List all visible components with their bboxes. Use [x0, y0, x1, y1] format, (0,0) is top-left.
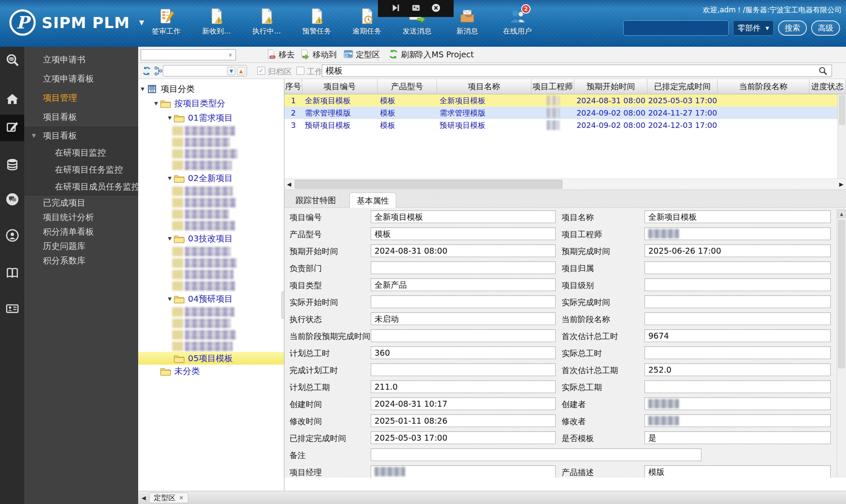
column-header[interactable]: 预期开始时间: [574, 79, 647, 94]
work-zone-checkbox[interactable]: [296, 67, 304, 75]
table-row[interactable]: 2需求管理模版模板需求管理模版2024-09-02 08:002024-11-2…: [284, 107, 846, 119]
table-row[interactable]: 1全新项目模板模板全新项目模板2024-08-31 08:002025-05-0…: [284, 94, 846, 107]
tab-close-icon[interactable]: ✕: [179, 495, 184, 501]
search-button[interactable]: 搜索: [778, 20, 807, 36]
field-project-name[interactable]: 全新项目模板: [644, 210, 831, 223]
field-current-phase-name[interactable]: [644, 312, 831, 325]
scroll-up-icon[interactable]: ▲: [837, 210, 846, 218]
tree-node-cat-02-new[interactable]: ▼02全新项目: [138, 171, 284, 185]
toolbar-button-warning-tasks[interactable]: 预警任务: [299, 8, 334, 36]
close-icon[interactable]: [431, 3, 441, 14]
sidebar-item-proposal-board[interactable]: 立项申请看板: [24, 69, 138, 88]
tree-item-blurred[interactable]: [138, 208, 284, 220]
field-creator[interactable]: [644, 397, 831, 410]
tree-item-blurred[interactable]: [138, 185, 284, 197]
bottom-scroll-left-icon[interactable]: ◀: [138, 495, 149, 501]
sidebar-item-project-management[interactable]: 项目管理: [24, 88, 138, 108]
tab-basic-properties[interactable]: 基本属性: [349, 193, 396, 208]
field-project-level[interactable]: [644, 278, 831, 291]
tree-item-blurred[interactable]: [138, 136, 284, 148]
field-expected-start[interactable]: 2024-08-31 08:00: [371, 244, 556, 257]
tree-item-blurred[interactable]: [138, 306, 284, 317]
field-completed-planned-hours[interactable]: [371, 363, 556, 376]
field-product-model[interactable]: 模板: [371, 227, 556, 240]
module-edit[interactable]: [0, 115, 24, 141]
table-row[interactable]: 3预研项目模板模板预研项目模板2024-09-02 08:002024-12-0…: [284, 119, 846, 131]
field-modify-time[interactable]: 2025-01-11 08:26: [371, 414, 556, 427]
module-sipm-search[interactable]: SIPM: [0, 48, 24, 74]
toolbar-button-remove[interactable]: 移去: [266, 48, 295, 61]
expand-arrow-icon[interactable]: ▼: [32, 133, 36, 139]
tree-structure-icon[interactable]: [153, 66, 164, 76]
toolbar-button-refresh[interactable]: 刷新: [388, 48, 417, 61]
field-create-time[interactable]: 2024-08-31 10:17: [371, 397, 556, 410]
field-planned-total-duration[interactable]: 211.0: [371, 380, 556, 393]
resize-icon[interactable]: [411, 3, 421, 14]
panel-splitter-handle[interactable]: [281, 292, 284, 319]
field-modifier[interactable]: [644, 414, 831, 427]
sidebar-item-history-issues[interactable]: 历史问题库: [24, 239, 138, 253]
expand-arrow-icon[interactable]: ▼: [168, 296, 173, 302]
play-to-bar-icon[interactable]: [391, 3, 401, 14]
module-chat[interactable]: [0, 187, 24, 213]
tree-item-blurred[interactable]: [138, 246, 284, 257]
search-category-select[interactable]: 零部件 ▼: [733, 20, 774, 36]
tree-item-blurred[interactable]: [138, 220, 284, 231]
column-header[interactable]: 当前阶段名称: [718, 79, 809, 94]
column-header[interactable]: 产品型号: [378, 79, 437, 94]
tree-node-project-category-root[interactable]: ▼项目分类: [138, 82, 284, 96]
archive-zone-checkbox[interactable]: ✓: [257, 67, 265, 75]
view-combo-box[interactable]: »: [141, 49, 236, 60]
module-book[interactable]: [0, 260, 24, 287]
column-header[interactable]: 项目名称: [437, 79, 531, 94]
toolbar-button-new-message[interactable]: 新消息: [450, 8, 485, 36]
column-header[interactable]: 序号: [284, 79, 302, 94]
tree-item-blurred[interactable]: [138, 125, 284, 136]
expand-arrow-icon[interactable]: ▼: [168, 176, 173, 181]
module-broadcast[interactable]: [0, 223, 24, 249]
sidebar-item-project-stats[interactable]: 项目统计分析: [24, 210, 138, 224]
field-product-description[interactable]: 模版: [644, 465, 831, 478]
toolbar-button-fixed-zone[interactable]: 定型区: [343, 48, 380, 61]
tab-tracking-gantt[interactable]: 跟踪甘特图: [289, 193, 343, 208]
expand-arrow-icon[interactable]: ▼: [141, 86, 146, 92]
app-logo[interactable]: P SIPM PLM ▼: [9, 9, 144, 36]
scroll-right-icon[interactable]: ▶: [837, 179, 846, 190]
global-search-input[interactable]: [623, 20, 729, 36]
sidebar-item-ongoing-task-monitor[interactable]: 在研项目任务监控: [24, 161, 138, 178]
form-vscroll-thumb[interactable]: [838, 220, 845, 368]
locate-down-button[interactable]: ▼: [227, 67, 236, 75]
search-magnifier-icon[interactable]: [818, 66, 828, 76]
field-actual-total-duration[interactable]: [644, 380, 831, 393]
keyword-filter-input[interactable]: [322, 65, 832, 77]
field-project-belonging[interactable]: [644, 261, 831, 274]
field-first-estimated-total-duration[interactable]: 252.0: [644, 363, 831, 376]
tree-node-unclassified[interactable]: 未分类: [138, 365, 284, 377]
toolbar-button-import-ms-project[interactable]: 导入MS Project: [415, 48, 474, 61]
tree-item-blurred[interactable]: [138, 329, 284, 340]
field-actual-start[interactable]: [371, 295, 556, 308]
field-remark[interactable]: [371, 448, 701, 461]
sidebar-item-project-board[interactable]: 项目看板: [24, 108, 138, 127]
tree-node-cat-05-template[interactable]: 05项目模板: [138, 352, 284, 365]
form-vertical-scrollbar[interactable]: ▲: [837, 209, 846, 478]
column-header[interactable]: 已排定完成时间: [647, 79, 718, 94]
column-header[interactable]: 进度状态: [809, 79, 846, 94]
module-card[interactable]: [0, 296, 24, 323]
expand-arrow-icon[interactable]: ▼: [154, 101, 160, 106]
fixed-zone-bottom-tab[interactable]: 定型区 ✕: [149, 493, 188, 503]
expand-arrow-icon[interactable]: ▼: [168, 236, 173, 241]
sidebar-item-ongoing-member-task-monitor[interactable]: 在研项目成员任务监控: [24, 178, 138, 195]
table-vertical-scrollbar[interactable]: [837, 94, 846, 178]
tree-node-cat-01-demand[interactable]: ▼01需求项目: [138, 110, 284, 125]
tree-item-blurred[interactable]: [138, 317, 284, 329]
field-responsible-dept[interactable]: [371, 261, 556, 274]
module-database[interactable]: [0, 152, 24, 178]
field-planned-total-hours[interactable]: 360: [371, 346, 556, 359]
field-actual-finish[interactable]: [644, 295, 831, 308]
column-header[interactable]: 项目编号: [302, 79, 378, 94]
tree-node-by-project-type[interactable]: ▼按项目类型分: [138, 96, 284, 110]
sidebar-item-ongoing-monitor[interactable]: 在研项目监控: [24, 144, 138, 161]
module-home[interactable]: [0, 87, 24, 113]
tree-node-cat-03-tech[interactable]: ▼03技改项目: [138, 231, 284, 246]
